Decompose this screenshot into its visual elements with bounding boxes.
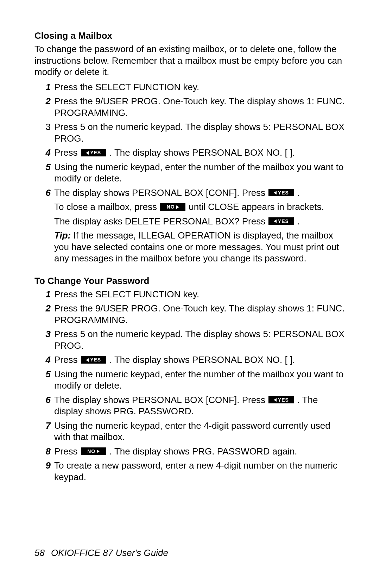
steps-list-password: 1Press the SELECT FUNCTION key.2Press th…	[34, 289, 348, 483]
yes-button-icon: YES	[268, 217, 294, 225]
step-item: 8Press NO . The display shows PRG. PASSW…	[46, 446, 348, 457]
step-item: 7Using the numeric keypad, enter the 4-d…	[46, 420, 348, 443]
step-number: 8	[40, 446, 51, 457]
step-item: 5Using the numeric keypad, enter the num…	[46, 369, 348, 391]
step-item: 9To create a new password, enter a new 4…	[46, 460, 348, 483]
tip-paragraph: Tip: If the message, ILLEGAL OPERATION i…	[54, 230, 348, 264]
step-number: 1	[40, 81, 51, 93]
step-item: 1Press the SELECT FUNCTION key.	[46, 289, 348, 300]
step-item: 3Press 5 on the numeric keypad. The disp…	[46, 328, 348, 351]
yes-button-icon: YES	[268, 396, 294, 403]
guide-title: OKIOFFICE 87 User's Guide	[51, 547, 168, 558]
page-footer: 58OKIOFFICE 87 User's Guide	[34, 547, 168, 558]
step-number: 9	[40, 460, 51, 471]
section-heading-closing: Closing a Mailbox	[34, 30, 348, 41]
step-item: 2Press the 9/USER PROG. One-Touch key. T…	[46, 303, 348, 326]
step-item: 5Using the numeric keypad, enter the num…	[46, 161, 348, 184]
yes-button-icon: YES	[81, 149, 106, 156]
step-number: 2	[40, 303, 51, 314]
step-number: 5	[40, 161, 51, 173]
step-number: 3	[40, 121, 51, 133]
step-number: 7	[40, 420, 51, 432]
document-page: Closing a Mailbox To change the password…	[0, 0, 380, 588]
section-intro-closing: To change the password of an existing ma…	[34, 43, 348, 78]
step-item: 1Press the SELECT FUNCTION key.	[46, 81, 348, 93]
no-button-icon: NO	[81, 447, 106, 455]
step-number: 2	[40, 95, 51, 107]
section-heading-password: To Change Your Password	[34, 276, 348, 286]
steps-list-closing: 1Press the SELECT FUNCTION key.2Press th…	[34, 81, 348, 199]
step-item: 4Press YES . The display shows PERSONAL …	[46, 147, 348, 159]
continuation-delete-prompt: The display asks DELETE PERSONAL BOX? Pr…	[54, 216, 348, 227]
no-button-icon: NO	[160, 203, 185, 210]
step-number: 3	[40, 328, 51, 340]
page-number: 58	[34, 547, 45, 558]
continuation-close-mailbox: To close a mailbox, press NO until CLOSE…	[54, 201, 348, 213]
step-number: 4	[40, 354, 51, 366]
step-number: 6	[40, 394, 51, 406]
step-number: 1	[40, 289, 51, 300]
yes-button-icon: YES	[81, 356, 106, 363]
step-number: 5	[40, 369, 51, 380]
step-item: 3Press 5 on the numeric keypad. The disp…	[46, 121, 348, 144]
tip-label: Tip:	[54, 230, 71, 241]
step-number: 6	[40, 187, 51, 199]
step-item: 6The display shows PERSONAL BOX [CONF]. …	[46, 187, 348, 199]
step-number: 4	[40, 147, 51, 159]
yes-button-icon: YES	[268, 189, 294, 196]
step-item: 2Press the 9/USER PROG. One-Touch key. T…	[46, 95, 348, 118]
tip-body: If the message, ILLEGAL OPERATION is dis…	[54, 230, 339, 264]
step-item: 4Press YES . The display shows PERSONAL …	[46, 354, 348, 366]
step-item: 6The display shows PERSONAL BOX [CONF]. …	[46, 394, 348, 417]
